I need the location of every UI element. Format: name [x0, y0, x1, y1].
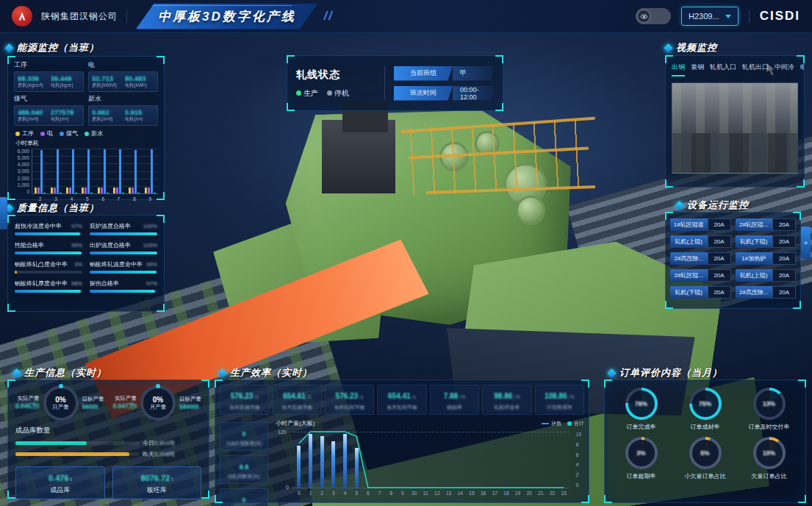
side-card-value: 8.8: [240, 463, 249, 471]
efficiency-value: 576.23: [231, 392, 254, 400]
equipment-item[interactable]: 1#加热炉 20A: [736, 252, 797, 265]
quality-value: 97%: [71, 223, 82, 229]
video-tab[interactable]: 轧机入口: [710, 63, 736, 76]
legend-dot-icon: [15, 132, 20, 136]
production-ring-gauge: 0% 月产量: [140, 385, 176, 421]
equipment-label: 2#高压除...: [736, 286, 773, 299]
video-tab[interactable]: 轧机出口: [742, 63, 769, 76]
stock-card-label: 成品库: [16, 485, 104, 495]
equipment-item[interactable]: 2#高压除... 20A: [670, 252, 731, 265]
line-status-title: 轧线状态: [296, 68, 376, 82]
quality-value: 100%: [143, 242, 157, 249]
energy-panel: 工序 68.336累耗(kgce/t) 39.449吨耗(kgce) 电 52.…: [7, 56, 165, 200]
video-tab[interactable]: 电动辊: [800, 63, 804, 76]
equipment-item[interactable]: 2#轧区辊... 20A: [736, 218, 797, 231]
equipment-item[interactable]: 轧机(上辊) 20A: [736, 269, 797, 282]
video-tab[interactable]: 装钢: [691, 63, 704, 76]
quality-label: 钢板终轧凸度命中率: [15, 260, 68, 268]
quality-progress-bar: [90, 232, 157, 235]
efficiency-unit: %: [512, 394, 520, 399]
order-kpi: 75% 订单成材率: [675, 388, 736, 431]
equipment-item[interactable]: 1#轧区辊道 20A: [670, 218, 731, 231]
chevron-down-icon: [725, 15, 731, 18]
energy-group-name: 电: [88, 60, 158, 70]
gauge-percent: 0%: [55, 396, 65, 404]
legend-dot-icon: [60, 132, 64, 136]
efficiency-card: 108.86% 计划完成率: [535, 385, 584, 415]
energy-metric-label: 吨耗(m³): [125, 116, 155, 123]
stock-bar: [15, 452, 139, 456]
production-gauge: 实际产量 0.047万t 0% 月产量 目标产量 58000t: [109, 385, 206, 421]
quality-progress-bar: [15, 232, 82, 235]
equipment-label: 2#轧区辊...: [670, 269, 708, 282]
energy-group: 工序 68.336累耗(kgce/t) 39.449吨耗(kgce): [14, 60, 84, 92]
orders-panel: 76% 订单完成率 75% 订单成材率 13% 订单及时交付率: [604, 380, 806, 503]
equipment-item[interactable]: 轧机(下辊) 20A: [736, 235, 797, 248]
stock-bar: [15, 441, 139, 445]
efficiency-card: 7.88% 烧损率: [430, 385, 479, 415]
badge-label: 当前班组: [394, 66, 453, 81]
left-collapse-tab[interactable]: [0, 197, 7, 229]
top-header: 陕钢集团汉钢公司 中厚板3D数字化产线 // H2309... CISDI: [0, 0, 812, 33]
efficiency-label: 当天轧制节奏: [379, 404, 424, 411]
energy-metric-value: 0.662: [92, 108, 122, 116]
equipment-item[interactable]: 轧机(上辊) 20A: [670, 235, 731, 248]
hourly-chart-line: [293, 432, 570, 488]
order-donut-chart: 5%: [689, 437, 722, 469]
equipment-item[interactable]: 2#轧区辊... 20A: [670, 269, 731, 282]
equipment-item[interactable]: 2#高压除... 20A: [736, 286, 797, 299]
quality-item: 探伤合格率 97%: [90, 279, 157, 293]
quality-panel: 超快冷温度命中率 97% 装炉温度合格率 100% 性能合格率: [7, 215, 165, 312]
equipment-label: 1#加热炉: [736, 252, 773, 265]
video-tab[interactable]: 中间冷: [775, 63, 794, 76]
target-label: 目标产量: [82, 396, 104, 403]
dashboard-root: 陕钢集团汉钢公司 中厚板3D数字化产线 // H2309... CISDI 能源…: [0, 0, 812, 506]
efficiency-panel: 576.23s 当班装钢节奏 654.61s 当天装钢节奏 576.23s 当班…: [215, 380, 589, 503]
legend-marker-icon: [542, 423, 549, 424]
equipment-current-value: 20A: [708, 269, 731, 282]
badge-value: 甲: [453, 66, 494, 81]
equipment-label: 1#轧区辊道: [670, 218, 708, 231]
actual-label: 实际产量: [112, 395, 137, 402]
energy-metric-value: 486.040: [18, 108, 48, 116]
equipment-current-value: 20A: [772, 252, 796, 265]
quality-item: 装炉温度合格率 100%: [90, 222, 157, 235]
order-kpi-value: 3%: [636, 449, 645, 457]
efficiency-card: 98.86% 轧机作业率: [482, 385, 531, 415]
diamond-icon: [218, 368, 227, 378]
quality-value: 97%: [146, 280, 157, 287]
actual-label: 实际产量: [15, 395, 40, 402]
visibility-toggle[interactable]: [636, 8, 671, 24]
energy-group-name: 煤气: [14, 94, 84, 104]
quality-progress-bar: [15, 290, 82, 293]
heat-number-dropdown[interactable]: H2309...: [681, 7, 739, 26]
page-title: 中厚板3D数字化产线: [136, 4, 318, 29]
equipment-label: 轧机(上辊): [670, 235, 708, 248]
energy-metric-value: 277578: [51, 108, 81, 116]
equipment-current-value: 20A: [772, 286, 796, 299]
energy-group-name: 工序: [14, 60, 84, 70]
quality-value: 3%: [74, 261, 82, 268]
equipment-item[interactable]: 轧机(下辊) 20A: [670, 286, 731, 299]
equipment-label: 2#高压除...: [670, 252, 708, 265]
efficiency-panel-title: 生产效率（实时）: [219, 366, 312, 380]
production-panel: 实际产量 0.045万t 0% 日产量 目标产量 5600t 实际产量: [7, 380, 209, 499]
quality-item: 钢板终轧厚度命中率 98%: [15, 279, 82, 293]
quality-item: 超快冷温度命中率 97%: [15, 222, 82, 235]
video-feed[interactable]: [672, 82, 798, 174]
stock-card-value: 0.476: [48, 474, 69, 482]
eye-icon: [636, 9, 651, 24]
energy-metric-label: 吨耗(kgce): [51, 82, 81, 89]
right-collapse-tab[interactable]: »: [801, 227, 811, 259]
quality-label: 出炉温度合格率: [90, 241, 131, 249]
actual-value: 0.047万t: [112, 402, 137, 411]
quality-value: 99%: [71, 242, 82, 249]
video-tab[interactable]: 出钢: [672, 63, 685, 76]
diamond-icon: [675, 201, 684, 210]
quality-label: 探伤合格率: [90, 279, 119, 288]
stock-section-title: 成品库数量: [8, 421, 209, 438]
quality-progress-bar: [15, 271, 82, 274]
quality-item: 出炉温度合格率 100%: [90, 241, 157, 254]
line-status-legend-item: 生产: [296, 88, 318, 99]
divider: [384, 66, 385, 100]
